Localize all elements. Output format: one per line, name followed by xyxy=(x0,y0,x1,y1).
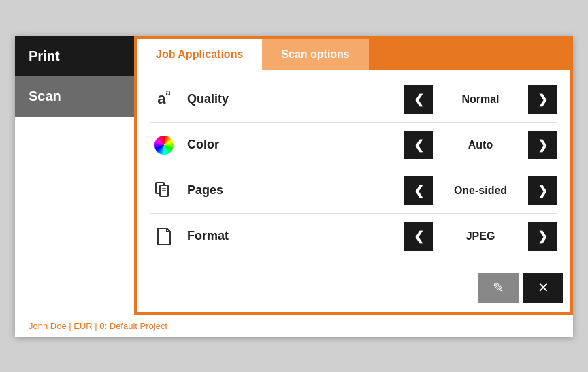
tab-job-applications-label: Job Applications xyxy=(156,48,243,60)
pages-left-button[interactable]: ❮ xyxy=(404,176,433,205)
quality-right-button[interactable]: ❯ xyxy=(528,85,557,114)
edit-button[interactable]: ✎ xyxy=(478,273,519,303)
sidebar: Print Scan xyxy=(15,36,134,315)
format-left-button[interactable]: ❮ xyxy=(404,222,433,251)
sidebar-print-label: Print xyxy=(29,48,60,63)
format-icon xyxy=(150,227,178,246)
main-container: Print Scan Job Applications Scan options xyxy=(15,36,573,337)
setting-row-format: Format ❮ JPEG ❯ xyxy=(150,214,557,259)
pages-label: Pages xyxy=(187,183,404,198)
tabs-container: Job Applications Scan options xyxy=(137,39,570,70)
quality-icon: aa xyxy=(150,90,178,108)
content-area: Job Applications Scan options aa Quality xyxy=(134,36,573,315)
pages-value: One-sided xyxy=(433,185,528,197)
setting-row-color: Color ❮ Auto ❯ xyxy=(150,123,557,168)
footer-buttons: ✎ ✕ xyxy=(137,266,570,312)
color-control: ❮ Auto ❯ xyxy=(404,131,557,159)
tab-scan-options-label: Scan options xyxy=(281,48,349,60)
settings-area: aa Quality ❮ Normal ❯ Color xyxy=(137,70,570,266)
format-control: ❮ JPEG ❯ xyxy=(404,222,557,251)
color-label: Color xyxy=(187,138,404,152)
format-label: Format xyxy=(187,229,404,243)
setting-row-pages: Pages ❮ One-sided ❯ xyxy=(150,168,557,214)
color-icon xyxy=(150,136,178,155)
close-icon: ✕ xyxy=(538,279,549,296)
format-right-button[interactable]: ❯ xyxy=(528,222,557,251)
status-text: John Doe | EUR | 0: Default Project xyxy=(29,321,167,331)
sidebar-scan-label: Scan xyxy=(29,89,61,104)
status-bar: John Doe | EUR | 0: Default Project xyxy=(15,315,573,337)
color-value: Auto xyxy=(433,139,528,151)
edit-icon: ✎ xyxy=(493,279,504,296)
color-right-button[interactable]: ❯ xyxy=(528,131,557,159)
pages-right-button[interactable]: ❯ xyxy=(528,176,557,205)
close-button[interactable]: ✕ xyxy=(523,273,564,303)
pages-icon xyxy=(150,181,178,200)
quality-control: ❮ Normal ❯ xyxy=(404,85,557,114)
sidebar-item-scan[interactable]: Scan xyxy=(15,76,134,117)
pages-control: ❮ One-sided ❯ xyxy=(404,176,557,205)
quality-value: Normal xyxy=(433,93,528,106)
color-left-button[interactable]: ❮ xyxy=(404,131,433,159)
sidebar-item-print[interactable]: Print xyxy=(15,36,134,76)
tab-job-applications[interactable]: Job Applications xyxy=(137,39,262,70)
quality-label: Quality xyxy=(187,92,404,106)
quality-left-button[interactable]: ❮ xyxy=(404,85,433,114)
format-value: JPEG xyxy=(433,230,528,243)
color-wheel-icon xyxy=(154,136,174,155)
tab-scan-options[interactable]: Scan options xyxy=(262,39,368,70)
top-area: Print Scan Job Applications Scan options xyxy=(15,36,573,315)
setting-row-quality: aa Quality ❮ Normal ❯ xyxy=(150,77,557,123)
